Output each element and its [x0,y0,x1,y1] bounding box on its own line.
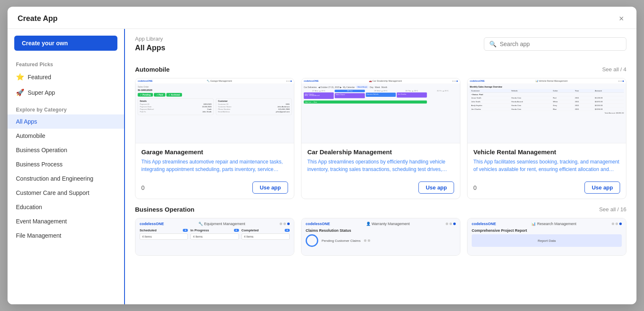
vehicle-rental-count: 0 [473,184,477,191]
explore-by-category-label: Explore by Category [8,104,124,114]
sidebar-item-all-apps[interactable]: All Apps [8,114,124,129]
car-dealership-footer: Use app [301,178,460,199]
vehicle-rental-info: Vehicle Rental Management This App facil… [467,143,626,178]
sidebar-item-label: Education [16,204,42,210]
featured-picks-label: Featured Picks [8,59,124,69]
close-button[interactable]: × [616,13,626,23]
modal-body: Create your own Featured Picks ⭐ Feature… [8,29,636,304]
main-content: App Library All Apps 🔍 Automobile See al… [125,29,636,304]
equipment-management-card[interactable]: codelessONE 🔧 Equipment Management Sched… [135,218,294,256]
research-management-preview: codelessONE 📊 Research Management Compre… [467,218,626,255]
sidebar-item-label: All Apps [16,118,37,125]
garage-management-card[interactable]: codelessONE 🔧 Garage Management Sales Or… [135,78,294,199]
modal-overlay: Create App × Create your own Featured Pi… [0,0,644,311]
sidebar-item-event-management[interactable]: Event Management [8,214,124,228]
sidebar-item-featured[interactable]: ⭐ Featured [8,69,124,85]
vehicle-rental-title: Vehicle Rental Management [473,148,620,156]
business-operation-section-title: Business Operation [135,206,195,213]
vehicle-rental-card[interactable]: codelessONE 📊 Vehicle Rental Management … [467,78,626,199]
research-management-card[interactable]: codelessONE 📊 Research Management Compre… [467,218,626,256]
vehicle-rental-desc: This App facilitates seamless booking, t… [473,158,620,173]
app-library-label: App Library [135,36,165,42]
search-box[interactable]: 🔍 [484,37,626,51]
main-header: App Library All Apps 🔍 [125,29,636,56]
sidebar-item-label: Construction and Engineering [16,175,93,182]
automobile-section-header: Automobile See all / 4 [135,66,626,73]
automobile-see-all[interactable]: See all / 4 [602,66,626,73]
car-dealership-desc: This App streamlines operations by effic… [307,158,454,173]
garage-management-desc: This App streamlines automotive repair a… [141,158,288,173]
automobile-cards-grid: codelessONE 🔧 Garage Management Sales Or… [135,78,626,199]
sidebar-item-education[interactable]: Education [8,200,124,214]
modal-title: Create App [18,14,57,23]
garage-management-title: Garage Management [141,148,288,156]
vehicle-rental-footer: 0 Use app [467,178,626,199]
warranty-management-card[interactable]: codelessONE 👤 Warranty Management Claims… [301,218,460,256]
search-input[interactable] [500,41,621,47]
search-icon: 🔍 [489,41,496,47]
sidebar-item-label: Automobile [16,132,45,139]
sidebar: Create your own Featured Picks ⭐ Feature… [8,29,125,304]
garage-management-footer: 0 Use app [135,178,294,199]
sidebar-item-business-process[interactable]: Business Process [8,157,124,171]
sidebar-item-label: File Management [16,232,61,239]
garage-management-count: 0 [141,184,145,191]
sidebar-item-label: Business Operation [16,147,67,153]
car-dealership-preview: codelessONE 🚗 Car Dealership Management [301,78,460,143]
star-icon: ⭐ [16,73,24,81]
car-dealership-title: Car Dealership Management [307,148,454,156]
sidebar-item-label: Business Process [16,161,62,168]
all-apps-title: All Apps [135,44,165,52]
car-dealership-use-app-button[interactable]: Use app [418,181,454,194]
equipment-management-preview: codelessONE 🔧 Equipment Management Sched… [135,218,294,255]
rocket-icon: 🚀 [16,88,24,96]
garage-management-use-app-button[interactable]: Use app [252,181,288,194]
sidebar-item-label: Customer Care and Support [16,189,89,196]
car-dealership-info: Car Dealership Management This App strea… [301,143,460,178]
content-area: Automobile See all / 4 codelessONE 🔧 Gar… [125,56,636,304]
business-operation-cards-grid: codelessONE 🔧 Equipment Management Sched… [135,218,626,256]
sidebar-item-business-operation[interactable]: Business Operation [8,143,124,157]
sidebar-item-file-management[interactable]: File Management [8,228,124,243]
modal-header: Create App × [8,7,636,29]
garage-management-preview: codelessONE 🔧 Garage Management Sales Or… [135,78,294,143]
vehicle-rental-use-app-button[interactable]: Use app [584,181,620,194]
sidebar-item-customer-care[interactable]: Customer Care and Support [8,186,124,200]
sidebar-item-label: Featured [28,74,51,80]
main-header-left: App Library All Apps [135,36,165,52]
warranty-management-preview: codelessONE 👤 Warranty Management Claims… [301,218,460,255]
sidebar-item-construction-engineering[interactable]: Construction and Engineering [8,171,124,186]
sidebar-item-automobile[interactable]: Automobile [8,129,124,143]
sidebar-item-label: Event Management [16,218,67,225]
create-your-own-button[interactable]: Create your own [14,36,117,51]
vehicle-rental-preview: codelessONE 📊 Vehicle Rental Management … [467,78,626,143]
business-operation-section-header: Business Operation See all / 16 [135,206,626,213]
create-app-modal: Create App × Create your own Featured Pi… [8,7,636,304]
car-dealership-card[interactable]: codelessONE 🚗 Car Dealership Management [301,78,460,199]
sidebar-item-label: Super App [28,89,55,96]
business-operation-see-all[interactable]: See all / 16 [599,206,626,213]
sidebar-item-super-app[interactable]: 🚀 Super App [8,85,124,100]
garage-management-info: Garage Management This App streamlines a… [135,143,294,178]
automobile-section-title: Automobile [135,66,170,73]
